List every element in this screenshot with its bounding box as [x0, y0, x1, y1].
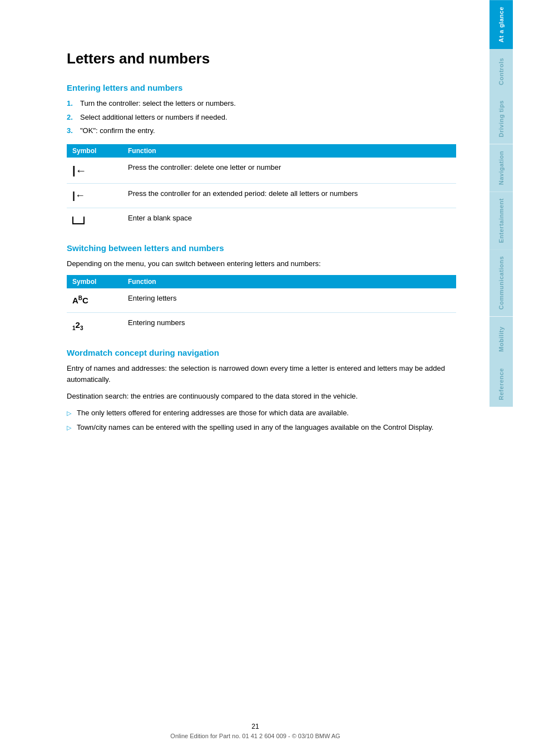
space-icon: [72, 217, 85, 224]
symbol-abc-cell: ABC: [67, 288, 122, 313]
step-1-text: Turn the controller: select the letters …: [80, 98, 236, 109]
table2-header-symbol: Symbol: [67, 275, 122, 288]
switching-body-text: Depending on the menu, you can switch be…: [67, 258, 456, 269]
table-row: |← Press the controller for an extended …: [67, 183, 456, 208]
bullet-text-2: Town/city names can be entered with the …: [77, 422, 433, 433]
table-row: ABC Entering letters: [67, 288, 456, 313]
bullet-arrow-1: ▷: [67, 409, 77, 419]
table1-row2-function: Press the controller for an extended per…: [122, 183, 456, 208]
wordmatch-para1: Entry of names and addresses: the select…: [67, 363, 456, 385]
step-1: 1. Turn the controller: select the lette…: [67, 98, 456, 109]
sidebar-tab-communications[interactable]: Communications: [490, 249, 513, 316]
bullet-item-1: ▷ The only letters offered for entering …: [67, 408, 456, 419]
wordmatch-para2: Destination search: the entries are cont…: [67, 391, 456, 402]
symbol-delete-single-cell: |←: [67, 158, 122, 184]
entering-section-title: Entering letters and numbers: [67, 83, 456, 92]
table2-row2-function: Entering numbers: [122, 312, 456, 337]
symbol-table-1: Symbol Function |← Press the controller:…: [67, 144, 456, 232]
main-content: Letters and numbers Entering letters and…: [0, 0, 490, 756]
entering-steps-list: 1. Turn the controller: select the lette…: [67, 98, 456, 136]
step-3: 3. "OK": confirm the entry.: [67, 125, 456, 136]
step-2-number: 2.: [67, 112, 80, 123]
step-2: 2. Select additional letters or numbers …: [67, 112, 456, 123]
sidebar-tab-at-a-glance[interactable]: At a glance: [490, 0, 513, 49]
page-number: 21: [251, 723, 259, 730]
table2-row1-function: Entering letters: [122, 288, 456, 313]
sidebar-tab-navigation[interactable]: Navigation: [490, 144, 513, 192]
page-container: Letters and numbers Entering letters and…: [0, 0, 534, 756]
table-row: Enter a blank space: [67, 208, 456, 232]
sidebar-tab-reference[interactable]: Reference: [490, 361, 513, 407]
delete-long-icon: |←: [72, 188, 85, 203]
123-icon: 123: [72, 320, 83, 330]
page-footer: 21 Online Edition for Part no. 01 41 2 6…: [0, 723, 511, 739]
table1-row1-function: Press the controller: delete one letter …: [122, 158, 456, 184]
step-3-number: 3.: [67, 125, 80, 136]
symbol-table-2: Symbol Function ABC Entering letters 123…: [67, 275, 456, 337]
bullet-text-1: The only letters offered for entering ad…: [77, 408, 349, 419]
bullet-arrow-2: ▷: [67, 423, 77, 433]
wordmatch-bullet-list: ▷ The only letters offered for entering …: [67, 408, 456, 433]
page-title: Letters and numbers: [67, 50, 456, 67]
wordmatch-section-title: Wordmatch concept during navigation: [67, 348, 456, 357]
delete-single-icon: |←: [72, 162, 87, 179]
table1-header-symbol: Symbol: [67, 144, 122, 158]
sidebar: At a glance Controls Driving tips Naviga…: [490, 0, 513, 756]
footer-text: Online Edition for Part no. 01 41 2 604 …: [170, 733, 340, 739]
sidebar-tab-driving-tips[interactable]: Driving tips: [490, 94, 513, 144]
symbol-delete-long-cell: |←: [67, 183, 122, 208]
step-2-text: Select additional letters or numbers if …: [80, 112, 228, 123]
table-row: |← Press the controller: delete one lett…: [67, 158, 456, 184]
step-1-number: 1.: [67, 98, 80, 109]
table2-header-function: Function: [122, 275, 456, 288]
sidebar-tab-entertainment[interactable]: Entertainment: [490, 192, 513, 249]
symbol-123-cell: 123: [67, 312, 122, 337]
sidebar-tab-controls[interactable]: Controls: [490, 49, 513, 94]
table-row: 123 Entering numbers: [67, 312, 456, 337]
table1-row3-function: Enter a blank space: [122, 208, 456, 232]
sidebar-tab-mobility[interactable]: Mobility: [490, 317, 513, 361]
symbol-space-cell: [67, 208, 122, 232]
switching-section-title: Switching between letters and numbers: [67, 243, 456, 253]
bullet-item-2: ▷ Town/city names can be entered with th…: [67, 422, 456, 433]
abc-icon: ABC: [72, 296, 88, 305]
step-3-text: "OK": confirm the entry.: [80, 125, 155, 136]
table1-header-function: Function: [122, 144, 456, 158]
